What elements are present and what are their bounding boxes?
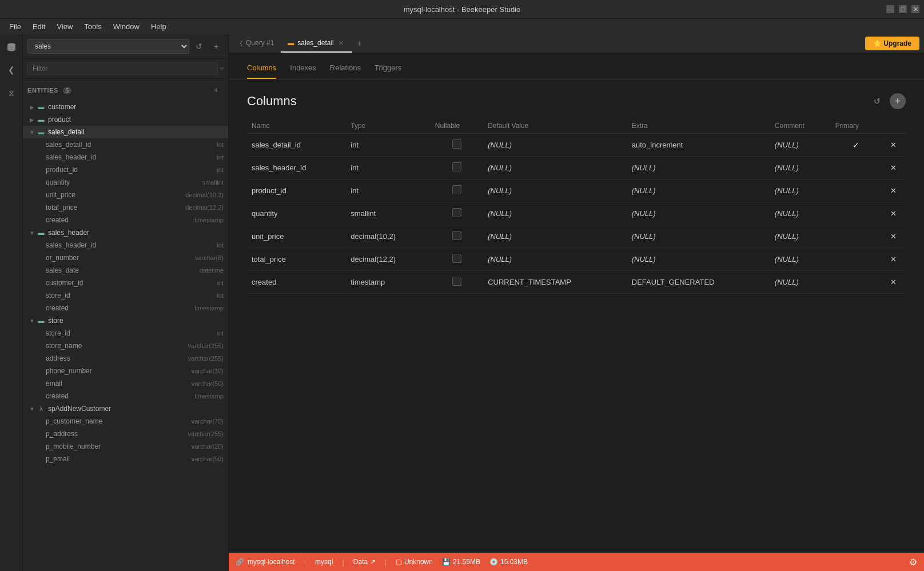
sidebar-tree: ▶ ▬ customer ▶ ▬ product ▼ ▬ sales_detai…	[23, 101, 228, 571]
param-address[interactable]: p_addressvarchar(255)	[23, 428, 228, 440]
menu-tools[interactable]: Tools	[79, 21, 106, 32]
col-delete-1[interactable]: ✕	[882, 157, 906, 179]
rail-db-icon[interactable]	[3, 39, 19, 55]
expand-icon: ▶	[27, 115, 37, 124]
col-address[interactable]: addressvarchar(255)	[23, 352, 228, 365]
col-nullable-5[interactable]	[431, 248, 483, 271]
upgrade-button[interactable]: ⭐ Upgrade	[865, 37, 919, 50]
menu-window[interactable]: Window	[109, 21, 144, 32]
col-nullable-6[interactable]	[431, 271, 483, 294]
nullable-checkbox-6[interactable]	[452, 277, 461, 286]
col-header-type: Type	[346, 118, 430, 134]
nullable-checkbox-1[interactable]	[452, 162, 461, 171]
col-nullable-0[interactable]	[431, 134, 483, 157]
section-tab-indexes[interactable]: Indexes	[290, 60, 316, 79]
col-sales-detail-id[interactable]: sales_detail_idint	[23, 138, 228, 151]
table-row: createdtimestampCURRENT_TIMESTAMPDEFAULT…	[247, 271, 906, 294]
nullable-checkbox-2[interactable]	[452, 185, 461, 194]
sidebar-item-customer[interactable]: ▶ ▬ customer	[23, 101, 228, 113]
menu-help[interactable]: Help	[146, 21, 171, 32]
sidebar-item-store[interactable]: ▼ ▬ store	[23, 314, 228, 327]
col-default-1: (NULL)	[483, 157, 627, 179]
rail-history-icon[interactable]: ⧖	[3, 85, 19, 101]
col-delete-0[interactable]: ✕	[882, 134, 906, 157]
sidebar-item-product[interactable]: ▶ ▬ product	[23, 113, 228, 126]
param-email[interactable]: p_emailvarchar(50)	[23, 453, 228, 465]
col-quantity[interactable]: quantitysmallint	[23, 176, 228, 189]
col-store-name[interactable]: store_namevarchar(255)	[23, 340, 228, 352]
new-tab-button[interactable]: +	[352, 34, 367, 53]
param-mobile-number[interactable]: p_mobile_numbervarchar(20)	[23, 440, 228, 453]
status-data[interactable]: Data ↗	[353, 558, 376, 566]
columns-panel: Columns ↺ + Name Type Nullable Default V…	[229, 79, 924, 553]
col-default-4: (NULL)	[483, 225, 627, 248]
col-total-price[interactable]: total_pricedecimal(12,2)	[23, 201, 228, 214]
database-selector[interactable]: sales	[27, 39, 189, 54]
nullable-checkbox-3[interactable]	[452, 208, 461, 217]
col-created-store[interactable]: createdtimestamp	[23, 390, 228, 402]
col-delete-3[interactable]: ✕	[882, 202, 906, 225]
sidebar-item-sales-detail[interactable]: ▼ ▬ sales_detail	[23, 126, 228, 138]
filter-input[interactable]	[27, 62, 218, 75]
col-customer-id[interactable]: customer_idint	[23, 277, 228, 289]
expand-icon: ▼	[27, 404, 37, 413]
col-unit-price[interactable]: unit_pricedecimal(10,2)	[23, 189, 228, 201]
tab-close-button[interactable]: ✕	[337, 39, 345, 47]
col-product-id[interactable]: product_idint	[23, 163, 228, 176]
rail-nav-left-icon[interactable]: ❮	[3, 62, 19, 78]
col-sh-id[interactable]: sales_header_idint	[23, 239, 228, 251]
minimize-button[interactable]: —	[886, 5, 894, 13]
maximize-button[interactable]: □	[899, 5, 907, 13]
col-email[interactable]: emailvarchar(50)	[23, 377, 228, 390]
col-store-id2[interactable]: store_idint	[23, 327, 228, 340]
col-comment-4: (NULL)	[770, 225, 831, 248]
col-created-header[interactable]: createdtimestamp	[23, 302, 228, 314]
table-row: quantitysmallint(NULL)(NULL)(NULL)✕	[247, 202, 906, 225]
col-created-detail[interactable]: createdtimestamp	[23, 214, 228, 226]
col-nullable-2[interactable]	[431, 179, 483, 202]
tab-sales-detail[interactable]: ▬ sales_detail ✕	[281, 34, 352, 53]
nullable-checkbox-0[interactable]	[452, 139, 461, 149]
param-customer-name[interactable]: p_customer_namevarchar(70)	[23, 415, 228, 428]
sidebar-item-sales-header[interactable]: ▼ ▬ sales_header	[23, 226, 228, 239]
section-tab-columns[interactable]: Columns	[247, 60, 276, 79]
col-or-number[interactable]: or_numbervarchar(8)	[23, 251, 228, 264]
col-type-2: int	[346, 179, 430, 202]
col-extra-3: (NULL)	[627, 202, 770, 225]
close-button[interactable]: ✕	[911, 5, 919, 13]
col-delete-2[interactable]: ✕	[882, 179, 906, 202]
section-tab-triggers[interactable]: Triggers	[375, 60, 401, 79]
col-primary-0: ✓	[831, 134, 882, 157]
add-entity-button[interactable]: +	[209, 82, 224, 97]
tab-bar: 〈 Query #1 ▬ sales_detail ✕ + ⭐ Upgrade	[229, 34, 924, 53]
nullable-checkbox-4[interactable]	[452, 231, 461, 240]
sidebar-header: sales ↺ +	[23, 34, 228, 59]
col-nullable-3[interactable]	[431, 202, 483, 225]
add-connection-button[interactable]: +	[209, 39, 224, 54]
col-sales-date[interactable]: sales_datedatetime	[23, 264, 228, 277]
menu-file[interactable]: File	[5, 21, 26, 32]
connection-icon: 🔗	[236, 558, 244, 566]
sidebar-item-spaddnewcustomer[interactable]: ▼ λ spAddNewCustomer	[23, 402, 228, 415]
col-phone-number[interactable]: phone_numbervarchar(30)	[23, 365, 228, 377]
refresh-columns-button[interactable]: ↺	[869, 93, 885, 109]
col-nullable-1[interactable]	[431, 157, 483, 179]
unknown-icon: ▢	[396, 558, 402, 566]
menu-view[interactable]: View	[52, 21, 77, 32]
col-delete-4[interactable]: ✕	[882, 225, 906, 248]
columns-table: Name Type Nullable Default Value Extra C…	[247, 118, 906, 294]
col-nullable-4[interactable]	[431, 225, 483, 248]
col-comment-5: (NULL)	[770, 248, 831, 271]
add-column-button[interactable]: +	[890, 93, 906, 109]
col-delete-5[interactable]: ✕	[882, 248, 906, 271]
refresh-button[interactable]: ↺	[192, 39, 206, 54]
col-delete-6[interactable]: ✕	[882, 271, 906, 294]
col-extra-4: (NULL)	[627, 225, 770, 248]
tab-query1[interactable]: 〈 Query #1	[233, 34, 281, 53]
col-sales-header-id[interactable]: sales_header_idint	[23, 151, 228, 163]
nullable-checkbox-5[interactable]	[452, 254, 461, 263]
settings-icon[interactable]: ⚙	[909, 557, 917, 568]
section-tab-relations[interactable]: Relations	[330, 60, 361, 79]
col-store-id[interactable]: store_idint	[23, 289, 228, 302]
menu-edit[interactable]: Edit	[28, 21, 50, 32]
